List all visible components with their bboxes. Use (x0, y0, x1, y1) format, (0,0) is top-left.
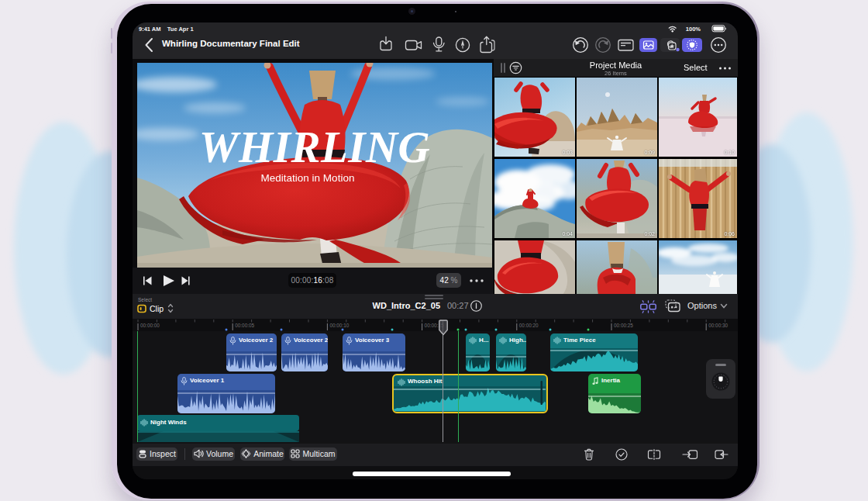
svg-text:00:00:00: 00:00:00 (140, 323, 160, 328)
svg-text:00:00:10: 00:00:10 (329, 323, 349, 328)
svg-text:00:00:25: 00:00:25 (614, 323, 633, 328)
svg-text:00:00:05: 00:00:05 (235, 323, 254, 328)
svg-text:00:00:20: 00:00:20 (519, 323, 539, 328)
svg-text:00:00:30: 00:00:30 (708, 323, 728, 328)
